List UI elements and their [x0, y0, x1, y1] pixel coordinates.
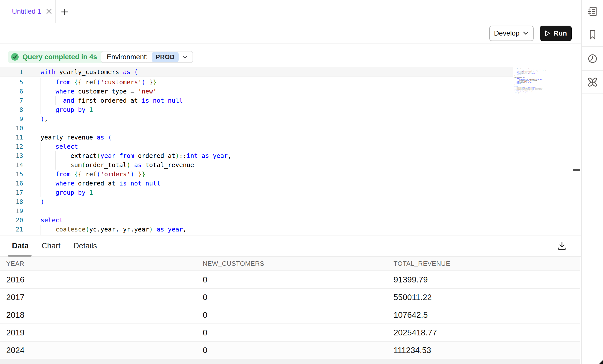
- code-line-9[interactable]: 9),: [0, 114, 572, 124]
- code-line-15[interactable]: 15 from {{ ref('orders') }}: [0, 170, 572, 179]
- code-line-5[interactable]: 5 from {{ ref('customers') }}: [0, 78, 572, 87]
- run-button-label: Run: [553, 29, 567, 37]
- line-number: 20: [0, 216, 23, 225]
- line-number: 21: [0, 225, 23, 234]
- tab-chart[interactable]: Chart: [42, 235, 60, 256]
- environment-label: Environment:: [107, 53, 148, 61]
- code-line-14[interactable]: 14 sum(order_total) as total_revenue: [0, 160, 572, 170]
- column-header-total-revenue: TOTAL_REVENUE: [394, 260, 580, 268]
- table-cell: 550011.22: [394, 293, 580, 302]
- line-number: 10: [0, 124, 23, 133]
- tab-bar: Untitled 1: [0, 0, 581, 23]
- download-results-button[interactable]: [556, 240, 568, 252]
- query-status-text: Query completed in 4s: [22, 53, 97, 61]
- line-number: 7: [0, 96, 23, 105]
- table-cell: 111234.53: [394, 346, 580, 355]
- code-line-18[interactable]: 18): [0, 197, 572, 206]
- table-scroll-strip[interactable]: [0, 359, 580, 364]
- table-cell: 2017: [6, 293, 203, 302]
- table-cell: 0: [203, 346, 394, 355]
- line-number: 9: [0, 114, 23, 124]
- results-panel: Data Chart Details YEAR NEW_CUSTOMERS TO…: [0, 235, 581, 364]
- line-number: 17: [0, 188, 23, 197]
- sticky-scroll-line[interactable]: 1 with yearly_customers as (: [0, 67, 513, 77]
- close-icon[interactable]: [45, 8, 53, 15]
- code-line-16[interactable]: 16 where ordered_at is not null: [0, 179, 572, 188]
- environment-selector[interactable]: Environment: PROD: [101, 51, 193, 63]
- code-line-11[interactable]: 11yearly_revenue as (: [0, 133, 572, 142]
- table-row: 20170550011.22: [0, 289, 580, 306]
- table-cell: 0: [203, 275, 394, 284]
- line-number: 16: [0, 179, 23, 188]
- editor-splitter: [573, 67, 573, 235]
- sidebar-lineage-button[interactable]: [582, 71, 603, 94]
- code-text: ),: [41, 114, 48, 124]
- play-icon: [545, 30, 551, 37]
- sidebar-history-button[interactable]: [582, 47, 603, 71]
- sidebar-notebook-button[interactable]: [582, 0, 603, 23]
- check-circle-icon: [11, 53, 19, 61]
- code-text: sum(order_total) as total_revenue: [41, 160, 194, 170]
- table-cell: 0: [203, 328, 394, 337]
- table-cell: 2018: [6, 310, 203, 320]
- code-line-21[interactable]: 21 coalesce(yc.year, yr.year) as year,: [0, 225, 572, 234]
- tab-untitled-1[interactable]: Untitled 1: [0, 0, 56, 23]
- table-row: 20180107642.5: [0, 306, 580, 324]
- table-body: 2016091399.7920170550011.2220180107642.5…: [0, 271, 580, 359]
- table-cell: 0: [203, 293, 394, 302]
- code-line-19[interactable]: 19: [0, 206, 572, 216]
- chevron-down-icon: [523, 31, 529, 35]
- code-line-10[interactable]: 10: [0, 124, 572, 133]
- code-text: where customer_type = 'new': [41, 87, 157, 96]
- results-tab-bar: Data Chart Details: [0, 235, 581, 257]
- code-text: where ordered_at is not null: [41, 179, 160, 188]
- code-text: coalesce(yc.year, yr.year) as year,: [41, 225, 187, 234]
- table-row: 201902025418.77: [0, 324, 580, 342]
- history-icon: [587, 53, 598, 64]
- line-number: 12: [0, 142, 23, 151]
- sql-editor[interactable]: 1 with yearly_customers as ( 5 from {{ r…: [0, 67, 581, 235]
- line-number: 15: [0, 170, 23, 179]
- code-text: ): [41, 197, 44, 206]
- line-number: 18: [0, 197, 23, 206]
- table-row: 2016091399.79: [0, 271, 580, 289]
- tab-title: Untitled 1: [12, 7, 41, 15]
- code-line-7[interactable]: 7 and first_ordered_at is not null: [0, 96, 572, 105]
- code-text: extract(year from ordered_at)::int as ye…: [41, 151, 232, 160]
- tab-data[interactable]: Data: [12, 235, 29, 256]
- table-cell: 2019: [6, 328, 203, 337]
- new-tab-button[interactable]: [60, 7, 70, 17]
- run-button[interactable]: Run: [540, 26, 572, 41]
- resize-corner[interactable]: [599, 360, 603, 364]
- download-icon: [557, 241, 567, 251]
- column-header-year: YEAR: [6, 260, 203, 268]
- tab-chart-label: Chart: [42, 241, 60, 250]
- code-line-12[interactable]: 12 select: [0, 142, 572, 151]
- develop-button[interactable]: Develop: [489, 26, 534, 41]
- tab-details[interactable]: Details: [73, 235, 97, 256]
- line-number: 19: [0, 206, 23, 216]
- develop-button-label: Develop: [494, 29, 520, 37]
- splitter-drag-handle[interactable]: [573, 169, 580, 171]
- tab-data-label: Data: [12, 241, 29, 250]
- code-text: select: [41, 142, 78, 151]
- line-number: 1: [0, 67, 23, 77]
- code-text: from {{ ref('customers') }}: [41, 78, 157, 87]
- code-line-8[interactable]: 8 group by 1: [0, 105, 572, 114]
- code-line-13[interactable]: 13 extract(year from ordered_at)::int as…: [0, 151, 572, 160]
- plus-icon: [60, 8, 69, 16]
- code-text: and first_ordered_at is not null: [41, 96, 183, 105]
- toolbar: Develop Run: [0, 23, 581, 44]
- table-cell: 91399.79: [394, 275, 580, 284]
- sidebar-bookmarks-button[interactable]: [582, 23, 603, 47]
- lineage-icon: [587, 77, 598, 88]
- code-line-20[interactable]: 20select: [0, 216, 572, 225]
- code-line-17[interactable]: 17 group by 1: [0, 188, 572, 197]
- line-number: 5: [0, 78, 23, 87]
- line-number: 6: [0, 87, 23, 96]
- line-number: 13: [0, 151, 23, 160]
- line-number: 8: [0, 105, 23, 114]
- environment-value-chip: PROD: [152, 52, 179, 62]
- code-line-6[interactable]: 6 where customer_type = 'new': [0, 87, 572, 96]
- minimap[interactable]: with yearly_customers as ( select extrac…: [514, 68, 549, 94]
